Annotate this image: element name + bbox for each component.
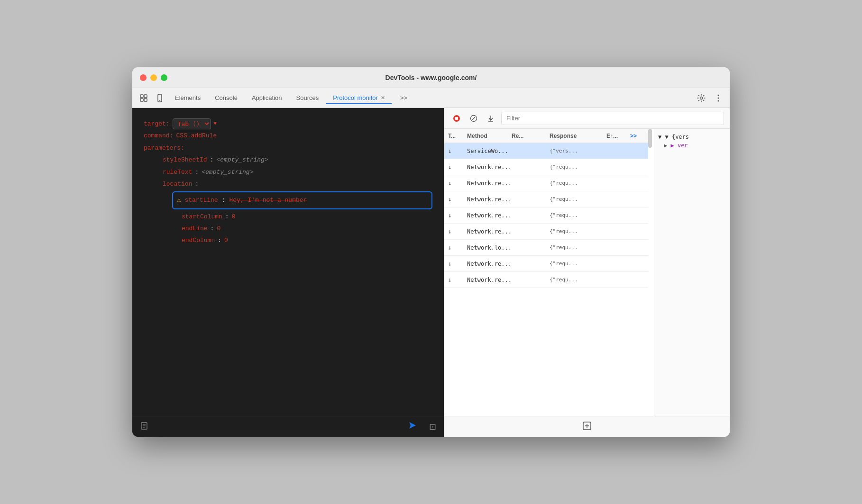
filter-input[interactable] bbox=[501, 112, 724, 125]
dock-icon[interactable]: ⊡ bbox=[429, 422, 436, 432]
ruleText-field: ruleText : <empty_string> bbox=[163, 167, 432, 178]
main-content: target: Tab () ▼ command: CSS.addRule pa… bbox=[132, 108, 730, 437]
col-request: Re... bbox=[512, 133, 550, 139]
row-response-1: {"requ... bbox=[550, 164, 606, 170]
endLine-label: endLine bbox=[182, 223, 208, 234]
send-icon[interactable] bbox=[407, 420, 418, 433]
location-label: location bbox=[163, 179, 192, 189]
warning-icon: ⚠️ bbox=[177, 194, 181, 206]
row-response-0: {"vers... bbox=[550, 148, 606, 154]
cursor-icon[interactable] bbox=[136, 90, 151, 106]
row-arrow-8: ↓ bbox=[448, 276, 467, 283]
table-row[interactable]: ↓ Network.re... {"requ... bbox=[444, 272, 648, 288]
row-arrow-7: ↓ bbox=[448, 260, 467, 267]
detail-tree: ▼ ▼ {vers ▶ ▶ ver bbox=[658, 134, 726, 149]
target-field: target: Tab () ▼ bbox=[144, 118, 432, 129]
styleSheetId-label: styleSheetId bbox=[163, 154, 207, 165]
row-arrow-6: ↓ bbox=[448, 244, 467, 251]
colon3: : bbox=[195, 179, 199, 189]
svg-point-6 bbox=[700, 97, 703, 99]
colon5: : bbox=[225, 211, 229, 222]
download-icon[interactable] bbox=[484, 112, 497, 125]
traffic-lights bbox=[140, 74, 167, 81]
expand-icon[interactable]: ▼ bbox=[658, 134, 661, 140]
parameters-field: parameters: bbox=[144, 143, 432, 153]
row-method-8: Network.re... bbox=[467, 277, 512, 283]
row-arrow-2: ↓ bbox=[448, 180, 467, 187]
row-arrow-4: ↓ bbox=[448, 212, 467, 219]
table-row[interactable]: ↓ Network.re... {"requ... bbox=[444, 159, 648, 175]
pm-table: T... Method Re... Response E↑... >> ↓ Se… bbox=[444, 129, 648, 416]
table-row[interactable]: ↓ Network.re... {"requ... bbox=[444, 224, 648, 240]
detail-container: ▼ ▼ {vers ▶ ▶ ver bbox=[648, 129, 730, 416]
scrollbar[interactable] bbox=[648, 129, 652, 148]
focus-icon[interactable] bbox=[582, 421, 592, 432]
table-header: T... Method Re... Response E↑... >> bbox=[444, 129, 648, 143]
row-method-0: ServiceWo... bbox=[467, 148, 512, 154]
tab-protocol-monitor-label: Protocol monitor bbox=[333, 94, 378, 101]
startColumn-field: startColumn : 0 bbox=[182, 211, 432, 222]
svg-point-9 bbox=[718, 100, 719, 101]
window-title: DevTools - www.google.com/ bbox=[385, 74, 477, 81]
startColumn-label: startColumn bbox=[182, 211, 222, 222]
table-row[interactable]: ↓ Network.re... {"requ... bbox=[444, 256, 648, 272]
close-tab-icon[interactable]: ✕ bbox=[381, 95, 385, 101]
table-row[interactable]: ↓ Network.re... {"requ... bbox=[444, 207, 648, 224]
row-response-3: {"requ... bbox=[550, 196, 606, 202]
maximize-button[interactable] bbox=[161, 74, 167, 81]
row-arrow-1: ↓ bbox=[448, 163, 467, 171]
table-row[interactable]: ↓ ServiceWo... {"vers... bbox=[444, 143, 648, 159]
close-button[interactable] bbox=[140, 74, 147, 81]
row-response-2: {"requ... bbox=[550, 180, 606, 186]
col-more[interactable]: >> bbox=[630, 133, 644, 139]
protocol-editor[interactable]: target: Tab () ▼ command: CSS.addRule pa… bbox=[132, 108, 444, 416]
table-body: ↓ ServiceWo... {"vers... ↓ Network.re...… bbox=[444, 143, 648, 416]
bottom-bar-right bbox=[444, 416, 730, 437]
styleSheetId-field: styleSheetId : <empty_string> bbox=[163, 154, 432, 165]
table-row[interactable]: ↓ Network.lo... {"requ... bbox=[444, 240, 648, 256]
tab-elements[interactable]: Elements bbox=[168, 91, 207, 104]
row-response-5: {"requ... bbox=[550, 228, 606, 234]
tab-protocol-monitor[interactable]: Protocol monitor ✕ bbox=[326, 91, 392, 104]
table-row[interactable]: ↓ Network.re... {"requ... bbox=[444, 175, 648, 191]
startLine-label: startLine bbox=[184, 195, 218, 206]
startLine-value: Hey, I'm not a number bbox=[229, 195, 307, 206]
parameters-label: parameters: bbox=[144, 143, 184, 153]
row-response-8: {"requ... bbox=[550, 277, 606, 283]
stop-recording-icon[interactable] bbox=[450, 112, 463, 125]
col-extra: E↑... bbox=[606, 133, 630, 139]
ruleText-value: <empty_string> bbox=[202, 167, 253, 178]
clear-log-icon[interactable] bbox=[467, 112, 480, 125]
startLine-highlighted-field[interactable]: ⚠️ startLine : Hey, I'm not a number bbox=[172, 191, 432, 209]
col-type: T... bbox=[448, 133, 467, 139]
styleSheetId-value: <empty_string> bbox=[216, 154, 268, 165]
row-method-2: Network.re... bbox=[467, 180, 512, 187]
target-dropdown[interactable]: Tab () bbox=[173, 118, 211, 129]
clear-editor-icon[interactable] bbox=[140, 422, 148, 432]
bottom-bar-left: ⊡ bbox=[132, 416, 444, 437]
collapse-icon[interactable]: ▶ bbox=[664, 142, 667, 149]
row-arrow-3: ↓ bbox=[448, 196, 467, 203]
table-row[interactable]: ↓ Network.re... {"requ... bbox=[444, 191, 648, 207]
detail-line1: ▼ ▼ {vers bbox=[658, 134, 726, 140]
row-method-3: Network.re... bbox=[467, 196, 512, 203]
ruleText-label: ruleText bbox=[163, 167, 192, 178]
tab-sources[interactable]: Sources bbox=[290, 91, 326, 104]
gear-icon[interactable] bbox=[694, 90, 709, 106]
tab-console[interactable]: Console bbox=[208, 91, 244, 104]
row-response-6: {"requ... bbox=[550, 244, 606, 251]
minimize-button[interactable] bbox=[150, 74, 157, 81]
dots-icon[interactable] bbox=[711, 90, 726, 106]
pm-toolbar bbox=[444, 108, 730, 129]
tabbar-right bbox=[694, 90, 726, 106]
left-panel: target: Tab () ▼ command: CSS.addRule pa… bbox=[132, 108, 444, 437]
titlebar: DevTools - www.google.com/ bbox=[132, 67, 730, 88]
detail-panel: ▼ ▼ {vers ▶ ▶ ver bbox=[654, 129, 730, 416]
colon1: : bbox=[210, 154, 214, 165]
row-arrow-0: ↓ bbox=[448, 147, 467, 154]
svg-rect-0 bbox=[140, 95, 143, 98]
mobile-icon[interactable] bbox=[152, 90, 167, 106]
tab-application[interactable]: Application bbox=[245, 91, 289, 104]
svg-point-5 bbox=[159, 100, 160, 101]
more-tabs-button[interactable]: >> bbox=[394, 91, 414, 104]
